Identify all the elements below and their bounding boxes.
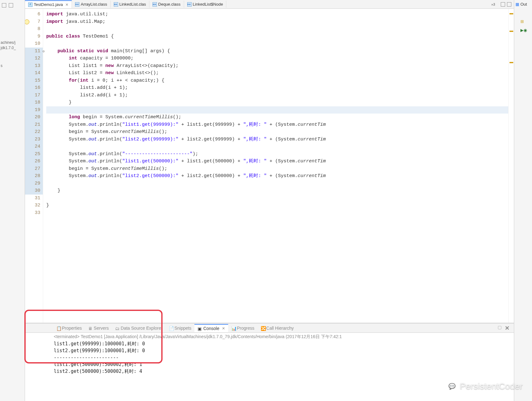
tab-overflow[interactable]: »3: [488, 1, 498, 8]
tab-label: ArrayList.class: [81, 2, 107, 7]
maximize-panel-icon[interactable]: [507, 2, 511, 7]
warning-mark[interactable]: [509, 13, 513, 14]
tab-arraylist[interactable]: ArrayList.class: [72, 1, 111, 8]
class-file-icon: [75, 2, 79, 7]
main-area: TestDemo1.java ✕ ArrayList.class LinkedL…: [25, 0, 514, 401]
watermark: 💬 PersistentCoder: [447, 381, 523, 392]
close-panel-icon[interactable]: ✕: [505, 325, 509, 332]
run-icon[interactable]: ▶◉: [520, 28, 526, 33]
tab-label: Progress: [237, 326, 254, 331]
editor-tab-bar: TestDemo1.java ✕ ArrayList.class LinkedL…: [25, 0, 514, 9]
outline-view-label[interactable]: ▦ Out: [515, 2, 531, 7]
tab-snippets[interactable]: 📄Snippets: [166, 324, 194, 332]
left-toolbar: [0, 2, 25, 9]
path-line: achines/j: [1, 40, 25, 45]
tab-progress[interactable]: 📊Progress: [228, 324, 258, 332]
tab-label: Snippets: [174, 326, 191, 331]
right-sidebar: ▦ Out ⊞ ▶◉: [514, 0, 532, 401]
tab-label: Console: [203, 326, 219, 331]
tab-properties[interactable]: 📋Properties: [53, 324, 85, 332]
minimize-icon[interactable]: [2, 3, 6, 8]
warning-mark[interactable]: [509, 62, 513, 63]
tab-label: LinkedList.clas: [119, 2, 146, 7]
servers-icon: 🖥: [88, 326, 93, 330]
bottom-panel: 📋Properties 🖥Servers 🗂Data Source Explor…: [25, 323, 514, 401]
stop-icon[interactable]: ▢: [498, 325, 502, 332]
left-path-fragment: achines/j jdk1.7.0_ s: [0, 9, 25, 68]
outline-icon: ▦: [515, 2, 519, 7]
ide-root: achines/j jdk1.7.0_ s TestDemo1.java ✕ A…: [0, 0, 532, 401]
watermark-icon: 💬: [447, 381, 457, 392]
tab-label: LinkedList$Node: [193, 2, 223, 7]
console-icon: ▣: [198, 326, 202, 331]
snippets-icon: 📄: [169, 326, 173, 330]
bottom-right-controls: ▢ ✕: [498, 325, 514, 332]
tab-right-controls: [498, 2, 514, 7]
tab-servers[interactable]: 🖥Servers: [85, 324, 112, 332]
line-gutter: 6789101112131415161718192021222324252627…: [25, 9, 43, 323]
tab-datasource[interactable]: 🗂Data Source Explorer: [112, 324, 166, 332]
console-output[interactable]: list1.get(999999):1000001,耗时: 0 list2.ge…: [25, 340, 514, 378]
code-area[interactable]: import java.util.List;import java.util.M…: [43, 9, 508, 323]
warning-mark[interactable]: [509, 31, 513, 32]
tab-linkedlist-node[interactable]: LinkedList$Node: [184, 1, 227, 8]
class-file-icon: [114, 2, 118, 7]
tab-console[interactable]: ▣Console✕: [194, 324, 228, 332]
datasource-icon: 🗂: [115, 326, 119, 330]
close-icon[interactable]: ✕: [64, 3, 68, 7]
tab-linkedlist[interactable]: LinkedList.clas: [111, 1, 149, 8]
overview-ruler[interactable]: [508, 9, 514, 323]
console-header: <terminated> TestDemo1 [Java Application…: [25, 333, 514, 340]
watermark-text: PersistentCoder: [460, 381, 523, 391]
tab-deque[interactable]: Deque.class: [149, 1, 184, 8]
class-file-icon: [187, 2, 192, 7]
editor[interactable]: 6789101112131415161718192021222324252627…: [25, 9, 514, 323]
maximize-icon[interactable]: [9, 3, 13, 8]
left-sidebar: achines/j jdk1.7.0_ s: [0, 0, 25, 401]
tab-label: Deque.class: [158, 2, 181, 7]
bottom-tab-bar: 📋Properties 🖥Servers 🗂Data Source Explor…: [25, 323, 514, 333]
outline-icons: ⊞ ▶◉: [515, 19, 531, 33]
tab-callhierarchy[interactable]: 🔀Call Hierarchy: [258, 324, 297, 332]
tab-label: Call Hierarchy: [266, 326, 294, 331]
progress-icon: 📊: [231, 326, 236, 330]
grid-icon[interactable]: ⊞: [520, 19, 526, 25]
tab-label: Servers: [94, 326, 109, 331]
tab-testdemo1[interactable]: TestDemo1.java ✕: [25, 0, 72, 8]
tab-label: Properties: [62, 326, 82, 331]
close-icon[interactable]: ✕: [221, 326, 225, 331]
class-file-icon: [153, 2, 157, 7]
java-file-icon: [28, 3, 33, 7]
tab-label: TestDemo1.java: [34, 2, 63, 7]
label-text: Out: [520, 2, 527, 7]
tab-label: Data Source Explorer: [121, 326, 163, 331]
properties-icon: 📋: [56, 326, 61, 330]
path-line: jdk1.7.0_: [1, 45, 25, 51]
minimize-panel-icon[interactable]: [501, 2, 505, 7]
hierarchy-icon: 🔀: [261, 326, 265, 330]
